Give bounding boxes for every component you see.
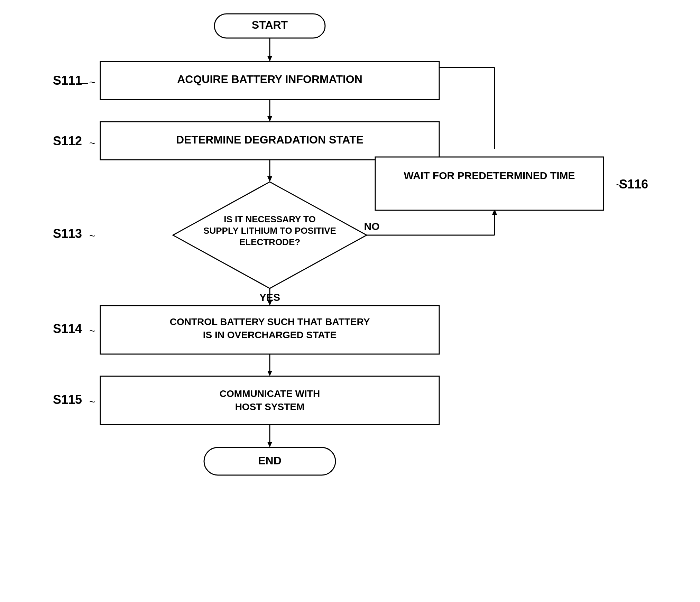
start-label: START — [252, 19, 288, 31]
s113-step: S113 — [53, 226, 82, 241]
s116-line1: WAIT FOR PREDETERMINED TIME — [404, 170, 575, 181]
s112-tilde: ~ — [89, 137, 95, 149]
no-label: NO — [364, 221, 380, 232]
s116-step: S116 — [619, 177, 648, 191]
s111-label: ACQUIRE BATTERY INFORMATION — [177, 73, 362, 85]
s115-tilde: ~ — [89, 396, 95, 407]
s113-line2: SUPPLY LITHIUM TO POSITIVE — [203, 225, 336, 236]
s116-tilde: ~ — [616, 179, 622, 191]
s114-line2: IS IN OVERCHARGED STATE — [203, 330, 337, 340]
s114-line1: CONTROL BATTERY SUCH THAT BATTERY — [170, 316, 370, 327]
s114-tilde: ~ — [89, 325, 95, 336]
s111-tilde: ~ — [89, 76, 95, 88]
s115-step: S115 — [53, 392, 82, 407]
flowchart-diagram: START ACQUIRE BATTERY INFORMATION S111 ~… — [0, 0, 700, 602]
s115-line1: COMMUNICATE WITH — [220, 388, 320, 399]
s115-line2: HOST SYSTEM — [235, 401, 305, 412]
s113-tilde: ~ — [89, 230, 95, 241]
s112-label: DETERMINE DEGRADATION STATE — [176, 133, 363, 146]
s113-line1: IS IT NECESSARY TO — [224, 214, 315, 224]
s114-step: S114 — [53, 322, 82, 336]
s112-step: S112 — [53, 134, 82, 148]
s111-step: S111 — [53, 73, 82, 87]
s113-line3: ELECTRODE? — [239, 237, 300, 247]
svg-rect-23 — [100, 376, 439, 425]
svg-rect-27 — [375, 157, 604, 210]
end-label: END — [258, 454, 282, 467]
